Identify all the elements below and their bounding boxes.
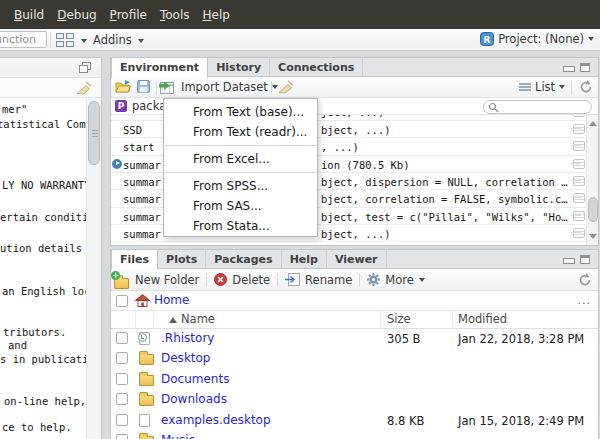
tab-files[interactable]: Files (111, 250, 158, 270)
maximize-pane-icon[interactable] (580, 255, 590, 264)
view-object-grid-icon[interactable] (573, 193, 585, 203)
list-view-caret-icon (559, 85, 565, 89)
header-modified[interactable]: Modified (453, 311, 598, 328)
new-folder-button[interactable]: + New Folder (114, 273, 199, 287)
file-row[interactable]: examples.desktop 8.8 KB Jan 15, 2018, 2:… (111, 411, 598, 431)
file-link[interactable]: Desktop (161, 351, 211, 365)
file-link[interactable]: examples.desktop (161, 413, 271, 427)
console-line: tatistical Comp (0, 118, 92, 131)
more-button[interactable]: More (367, 273, 425, 287)
tab-connections[interactable]: Connections (270, 58, 363, 76)
scroll-up-icon[interactable] (589, 121, 597, 126)
tab-packages[interactable]: Packages (206, 250, 281, 268)
files-toolbar: + New Folder Delete Rename More (111, 269, 598, 291)
menu-item-from-sas[interactable]: From SAS... (164, 196, 317, 216)
project-label: Project: (None) (498, 32, 584, 46)
view-object-grid-icon[interactable] (573, 141, 585, 151)
tab-environment[interactable]: Environment (111, 58, 208, 78)
file-checkbox[interactable] (116, 434, 128, 439)
load-workspace-icon[interactable] (115, 80, 132, 93)
environment-search-input[interactable] (483, 100, 592, 114)
breadcrumb-home-link[interactable]: Home (154, 293, 189, 307)
save-workspace-icon[interactable] (137, 80, 150, 93)
header-name[interactable]: Name (154, 311, 381, 328)
file-link[interactable]: Documents (161, 372, 229, 386)
gear-icon (367, 273, 380, 286)
view-object-grid-icon[interactable] (573, 159, 585, 169)
file-checkbox[interactable] (116, 373, 128, 385)
menu-item-from-stata[interactable]: From Stata... (164, 216, 317, 236)
console-line: mer" (2, 103, 27, 116)
list-icon (519, 82, 531, 92)
addins-button[interactable]: Addins (93, 33, 132, 47)
file-row[interactable]: Documents (111, 370, 598, 390)
minimize-pane-icon[interactable] (563, 255, 573, 264)
list-view-label: List (535, 80, 555, 94)
menu-debug[interactable]: Debug (57, 8, 96, 22)
console-scrollbar-thumb[interactable] (88, 101, 100, 165)
refresh-environment-icon[interactable] (579, 80, 593, 94)
import-dataset-menu: From Text (base)... From Text (readr)...… (163, 98, 318, 237)
maximize-pane-icon[interactable] (580, 63, 590, 72)
tab-history[interactable]: History (208, 58, 270, 76)
environment-scrollbar-thumb[interactable] (588, 197, 598, 222)
file-checkbox[interactable] (116, 352, 128, 364)
maximize-pane-icon[interactable] (79, 62, 91, 73)
file-row[interactable]: Music (111, 431, 598, 439)
tab-viewer[interactable]: Viewer (327, 250, 387, 268)
file-link[interactable]: Music (161, 433, 195, 439)
project-r-icon: R (480, 32, 494, 46)
file-checkbox[interactable] (116, 332, 128, 344)
environment-scrollbar[interactable] (586, 115, 598, 245)
view-object-grid-icon[interactable] (573, 211, 585, 221)
refresh-files-icon[interactable] (578, 273, 592, 290)
scroll-down-icon[interactable] (589, 234, 597, 239)
breadcrumb-more-button[interactable]: ... (578, 294, 592, 307)
console-pane: mer" tatistical Comp LY NO WARRANTY erta… (0, 57, 102, 439)
toolbar-separator (50, 32, 51, 48)
menu-item-from-spss[interactable]: From SPSS... (164, 176, 317, 196)
toolbar-separator (359, 273, 360, 287)
file-checkbox[interactable] (116, 393, 128, 405)
view-object-grid-icon[interactable] (573, 176, 585, 186)
files-table-header: Name Size Modified (111, 311, 598, 329)
tab-help[interactable]: Help (282, 250, 327, 268)
file-modified: Jan 22, 2018, 3:28 PM (458, 332, 584, 346)
minimize-pane-icon[interactable] (563, 63, 573, 72)
menu-item-from-text-base[interactable]: From Text (base)... (164, 102, 317, 122)
list-view-selector[interactable]: List (519, 80, 565, 94)
menu-profile[interactable]: Profile (110, 8, 147, 22)
delete-button[interactable]: Delete (214, 273, 270, 287)
clear-console-broom-icon[interactable] (76, 81, 93, 95)
menu-help[interactable]: Help (203, 8, 230, 22)
import-dataset-button[interactable]: Import Dataset (159, 80, 278, 94)
view-object-grid-icon[interactable] (573, 228, 585, 238)
console-scrollbar[interactable] (86, 98, 101, 439)
menu-item-from-excel[interactable]: From Excel... (164, 149, 317, 169)
project-selector[interactable]: R Project: (None) (480, 32, 594, 46)
menu-tools[interactable]: Tools (160, 8, 190, 22)
file-row[interactable]: .Rhistory 305 B Jan 22, 2018, 3:28 PM (111, 329, 598, 349)
pane-layout-icon[interactable] (56, 33, 76, 47)
file-link[interactable]: Downloads (161, 392, 227, 406)
menu-build[interactable]: Build (14, 8, 44, 22)
menu-item-from-text-readr[interactable]: From Text (readr)... (164, 122, 317, 142)
pane-layout-caret-icon[interactable] (81, 39, 87, 43)
rename-button[interactable]: Rename (285, 273, 352, 287)
view-object-grid-icon[interactable] (573, 124, 585, 134)
tab-plots[interactable]: Plots (158, 250, 206, 268)
addins-caret-icon[interactable] (138, 39, 144, 43)
file-checkbox[interactable] (116, 414, 128, 426)
promise-icon (112, 159, 122, 169)
file-row[interactable]: Desktop (111, 349, 598, 369)
toolbar-separator (156, 81, 157, 95)
clear-environment-broom-icon[interactable] (278, 80, 295, 94)
goto-file-function-input[interactable]: unction (0, 31, 47, 48)
header-size[interactable]: Size (381, 311, 453, 328)
folder-icon (139, 395, 154, 406)
file-row[interactable]: Downloads (111, 390, 598, 410)
select-all-checkbox[interactable] (116, 295, 128, 307)
file-link[interactable]: .Rhistory (161, 331, 214, 345)
menu-separator (165, 145, 316, 146)
console-line: on-line help, (4, 395, 86, 408)
